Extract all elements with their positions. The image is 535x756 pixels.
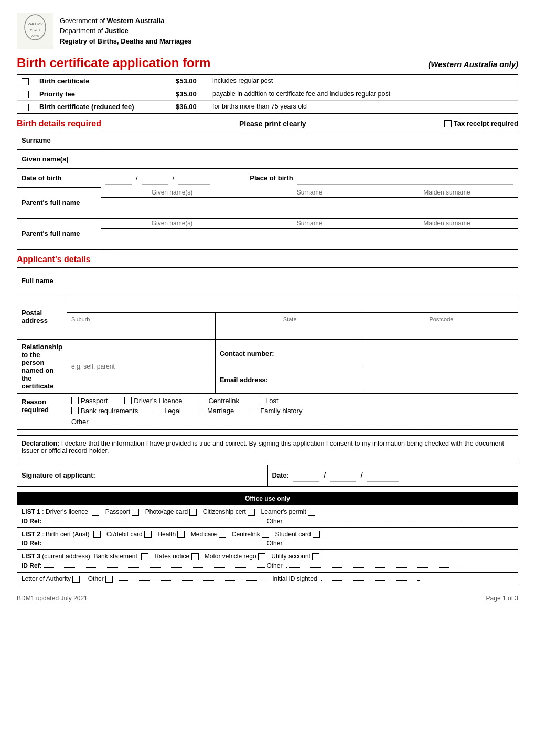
birth-details-table: Surname Given name(s) Date of birth / / … bbox=[17, 131, 518, 250]
list2-health-checkbox[interactable] bbox=[177, 531, 185, 538]
reason-bank-checkbox[interactable] bbox=[71, 407, 79, 414]
postcode-value[interactable] bbox=[369, 323, 513, 336]
list2-medicare-checkbox[interactable] bbox=[219, 531, 226, 538]
fee-reduced-amount: $36.00 bbox=[172, 101, 208, 114]
parent1-value[interactable] bbox=[101, 197, 518, 218]
list1-citizenship-checkbox[interactable] bbox=[248, 509, 255, 516]
fee-priority-desc: payable in addition to certificate fee a… bbox=[208, 88, 518, 101]
list3-idref-label: ID Ref: bbox=[22, 562, 44, 569]
reason-centrelink: Centrelink bbox=[199, 397, 239, 405]
birth-details-heading: Birth details required bbox=[17, 119, 101, 128]
list2-centrelink-option: Centrelink bbox=[232, 531, 262, 538]
tax-receipt-row: Tax receipt required bbox=[444, 120, 518, 127]
reason-centrelink-checkbox[interactable] bbox=[199, 397, 206, 404]
reason-family-history-checkbox[interactable] bbox=[251, 407, 258, 414]
fee-reduced-checkbox[interactable] bbox=[22, 104, 29, 111]
dob-slash1: / bbox=[136, 174, 138, 182]
list3-row: LIST 3 (current address): Bank statement… bbox=[17, 550, 518, 573]
fullname-label: Full name bbox=[17, 267, 67, 294]
reason-centrelink-label: Centrelink bbox=[208, 397, 239, 405]
list2-items: : Birth cert (Aust) bbox=[42, 531, 91, 538]
reason-passport-checkbox[interactable] bbox=[71, 397, 79, 404]
reason-lost-label: Lost bbox=[265, 397, 279, 405]
gov-line2: Department of Justice bbox=[60, 26, 191, 36]
fullname-row: Full name bbox=[17, 267, 518, 294]
email-value[interactable] bbox=[365, 366, 518, 394]
fee-birth-label: Birth certificate bbox=[35, 75, 172, 88]
list3-utility-checkbox[interactable] bbox=[312, 553, 319, 560]
reason-lost-checkbox[interactable] bbox=[256, 397, 263, 404]
reason-other-label: Other bbox=[71, 418, 89, 426]
fee-reduced-desc: for births more than 75 years old bbox=[208, 101, 518, 114]
surname-row: Surname bbox=[17, 131, 518, 149]
reason-drivers-licence-checkbox[interactable] bbox=[124, 397, 132, 404]
postal-street-value[interactable] bbox=[67, 294, 518, 312]
reason-family-history-label: Family history bbox=[260, 407, 302, 415]
loa-other-checkbox[interactable] bbox=[105, 576, 113, 583]
suburb-value[interactable] bbox=[71, 323, 211, 336]
tax-receipt-checkbox[interactable] bbox=[444, 120, 452, 127]
state-value[interactable] bbox=[220, 323, 360, 336]
office-use-table: Office use only LIST 1 : Driver's licenc… bbox=[17, 492, 518, 586]
list2-crdebit-option: Cr/debit card bbox=[106, 531, 144, 538]
reason-drivers-licence-label: Driver's Licence bbox=[134, 397, 182, 405]
footer-left: BDM1 updated July 2021 bbox=[17, 595, 88, 602]
svg-text:WA Gov: WA Gov bbox=[27, 21, 42, 26]
reason-options-cell: Passport Driver's Licence Centrelink Los… bbox=[67, 393, 518, 429]
dob-year[interactable] bbox=[178, 172, 210, 185]
pob-value[interactable] bbox=[297, 172, 513, 185]
svg-text:Arms: Arms bbox=[31, 34, 39, 37]
list3-rates-checkbox[interactable] bbox=[191, 553, 199, 560]
page-footer: BDM1 updated July 2021 Page 1 of 3 bbox=[17, 595, 518, 602]
date-year[interactable] bbox=[367, 469, 399, 482]
list1-citizenship-option: Citizenship cert bbox=[203, 508, 248, 515]
parent2-label: Parent's full name bbox=[17, 218, 101, 249]
dob-day[interactable] bbox=[105, 172, 132, 185]
contact-value[interactable] bbox=[365, 339, 518, 366]
reason-legal-checkbox[interactable] bbox=[155, 407, 162, 414]
list2-studentcard-checkbox[interactable] bbox=[313, 531, 320, 538]
header: WA Gov Coat of Arms Government of Wester… bbox=[17, 13, 518, 49]
surname-value[interactable] bbox=[101, 131, 518, 149]
reason-bank: Bank requirements bbox=[71, 407, 138, 415]
fee-birth-desc: includes regular post bbox=[208, 75, 518, 88]
parent2-surname-col: Surname bbox=[241, 220, 378, 227]
list1-passport-checkbox[interactable] bbox=[132, 509, 139, 516]
declaration-box: Declaration: I declare that the informat… bbox=[17, 435, 518, 459]
signature-label-cell: Signature of applicant: bbox=[17, 465, 268, 486]
relationship-label: Relationship to the person named on the … bbox=[17, 339, 67, 393]
list3-utility-option: Utility account bbox=[271, 553, 312, 560]
given-names-value[interactable] bbox=[101, 149, 518, 168]
list3-other-label: Other bbox=[266, 562, 282, 569]
list1-driverslicence-checkbox[interactable] bbox=[92, 509, 99, 516]
date-day[interactable] bbox=[293, 469, 319, 482]
list2-birthcert-checkbox[interactable] bbox=[93, 531, 101, 538]
gov-line3: Registry of Births, Deaths and Marriages bbox=[60, 36, 191, 47]
list2-crdebit-checkbox[interactable] bbox=[144, 531, 152, 538]
list3-bankstatement-checkbox[interactable] bbox=[141, 553, 148, 560]
fee-priority-amount: $35.00 bbox=[172, 88, 208, 101]
list2-centrelink-checkbox[interactable] bbox=[262, 531, 269, 538]
surname-label: Surname bbox=[17, 131, 101, 149]
list1-other-label: Other bbox=[266, 517, 282, 525]
list3-motorvehicle-checkbox[interactable] bbox=[258, 553, 265, 560]
loa-checkbox[interactable] bbox=[72, 576, 80, 583]
fullname-value[interactable] bbox=[67, 267, 518, 294]
fee-priority-checkbox[interactable] bbox=[22, 91, 29, 98]
list2-health-option: Health bbox=[157, 531, 177, 538]
suburb-cell: Suburb bbox=[67, 312, 216, 339]
list1-row: LIST 1 : Driver's licence Passport Photo… bbox=[17, 505, 518, 527]
initial-id-label: Initial ID sighted bbox=[272, 575, 317, 582]
declaration-heading: Declaration: bbox=[22, 440, 59, 447]
dob-month[interactable] bbox=[142, 172, 168, 185]
relationship-row: Relationship to the person named on the … bbox=[17, 339, 518, 366]
fee-birth-checkbox[interactable] bbox=[22, 78, 29, 85]
list1-photo-checkbox[interactable] bbox=[189, 509, 197, 516]
date-month[interactable] bbox=[330, 469, 356, 482]
fee-row-priority: Priority fee $35.00 payable in addition … bbox=[17, 88, 518, 101]
list1-learners-checkbox[interactable] bbox=[308, 509, 315, 516]
reason-marriage-checkbox[interactable] bbox=[198, 407, 205, 414]
parent2-value[interactable] bbox=[101, 228, 518, 249]
parent1-given-col: Given name(s) bbox=[103, 189, 241, 196]
reason-legal: Legal bbox=[155, 407, 181, 415]
